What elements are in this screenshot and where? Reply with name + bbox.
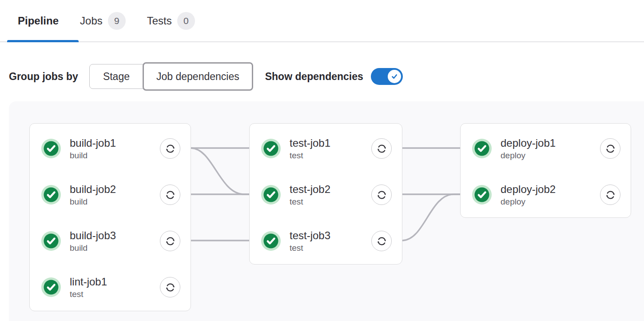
job-name: deploy-job2 xyxy=(501,182,600,196)
pipeline-tabs: Pipeline Jobs 9 Tests 0 xyxy=(0,0,644,41)
job-stage: test xyxy=(290,242,371,254)
status-success-icon xyxy=(261,185,281,205)
link-build-job1-test-job2 xyxy=(191,148,249,194)
job-node-build-job2[interactable]: build-job2 build xyxy=(30,172,191,218)
job-node-build-job1[interactable]: build-job1 build xyxy=(30,125,191,172)
retry-icon xyxy=(164,143,176,155)
retry-job-button[interactable] xyxy=(371,231,392,251)
job-info: deploy-job2 deploy xyxy=(501,182,600,208)
job-stage: test xyxy=(70,289,160,300)
job-node-deploy-job2[interactable]: deploy-job2 deploy xyxy=(461,172,631,218)
status-success-icon xyxy=(261,231,281,251)
retry-icon xyxy=(164,281,176,293)
retry-job-button[interactable] xyxy=(371,138,392,159)
status-success-icon xyxy=(41,277,61,297)
retry-icon xyxy=(604,143,616,155)
show-dependencies-toggle[interactable] xyxy=(371,68,403,85)
check-icon xyxy=(390,72,399,81)
graph-controls: Group jobs by Stage Job dependencies Sho… xyxy=(9,61,403,92)
job-name: test-job2 xyxy=(290,182,371,196)
job-info: test-job3 test xyxy=(290,229,371,254)
job-node-test-job3[interactable]: test-job3 test xyxy=(250,218,402,264)
retry-job-button[interactable] xyxy=(160,138,180,159)
retry-icon xyxy=(604,189,616,201)
job-info: lint-job1 test xyxy=(70,275,160,300)
group-by-job-dependencies-button[interactable]: Job dependencies xyxy=(143,62,253,91)
tab-tests[interactable]: Tests 0 xyxy=(136,0,206,41)
tests-count-badge: 0 xyxy=(177,12,195,30)
job-info: build-job1 build xyxy=(70,136,160,161)
job-group-card-build: build-job1 build xyxy=(29,123,191,311)
job-stage: build xyxy=(70,196,160,208)
job-node-test-job1[interactable]: test-job1 test xyxy=(250,125,402,172)
jobs-count-badge: 9 xyxy=(108,12,126,30)
tab-pipeline-label: Pipeline xyxy=(18,15,59,27)
tab-jobs[interactable]: Jobs 9 xyxy=(69,0,136,41)
group-jobs-by-label: Group jobs by xyxy=(9,71,78,83)
status-success-icon xyxy=(472,185,492,205)
retry-icon xyxy=(376,235,388,247)
job-name: test-job1 xyxy=(290,136,371,150)
retry-job-button[interactable] xyxy=(160,277,180,297)
status-success-icon xyxy=(261,139,281,158)
job-stage: deploy xyxy=(501,150,600,161)
tab-pipeline[interactable]: Pipeline xyxy=(7,0,69,41)
status-success-icon xyxy=(41,231,61,251)
status-success-icon xyxy=(41,139,61,158)
job-group-card-test: test-job1 test xyxy=(249,123,402,265)
retry-job-button[interactable] xyxy=(600,185,620,205)
tab-tests-label: Tests xyxy=(147,15,172,27)
retry-icon xyxy=(376,143,388,155)
tabs-divider xyxy=(0,41,644,42)
link-test-job3-deploy-job2 xyxy=(402,194,460,241)
retry-job-button[interactable] xyxy=(160,231,180,251)
retry-job-button[interactable] xyxy=(371,185,392,205)
job-info: deploy-job1 deploy xyxy=(501,136,600,161)
job-info: test-job1 test xyxy=(290,136,371,161)
group-by-stage-button[interactable]: Stage xyxy=(89,64,143,89)
active-tab-indicator xyxy=(7,40,79,42)
retry-job-button[interactable] xyxy=(600,138,620,159)
job-info: build-job2 build xyxy=(70,182,160,208)
toggle-knob xyxy=(388,70,401,83)
job-node-deploy-job1[interactable]: deploy-job1 deploy xyxy=(461,125,631,172)
status-success-icon xyxy=(472,139,492,158)
pipeline-graph: build-job1 build xyxy=(9,101,644,321)
job-stage: deploy xyxy=(501,196,600,208)
group-by-job-dependencies-label: Job dependencies xyxy=(156,71,239,83)
job-node-build-job3[interactable]: build-job3 build xyxy=(30,218,191,264)
job-group-card-deploy: deploy-job1 deploy xyxy=(460,123,631,218)
status-success-icon xyxy=(41,185,61,205)
job-name: build-job2 xyxy=(70,182,160,196)
job-stage: test xyxy=(290,150,371,161)
group-by-stage-label: Stage xyxy=(103,71,130,83)
show-dependencies-label: Show dependencies xyxy=(265,71,363,83)
retry-icon xyxy=(164,189,176,201)
retry-job-button[interactable] xyxy=(160,185,180,205)
job-name: build-job3 xyxy=(70,229,160,242)
tab-jobs-label: Jobs xyxy=(80,15,103,27)
job-stage: build xyxy=(70,150,160,161)
job-node-test-job2[interactable]: test-job2 test xyxy=(250,172,402,218)
job-name: lint-job1 xyxy=(70,275,160,289)
retry-icon xyxy=(164,235,176,247)
job-info: build-job3 build xyxy=(70,229,160,254)
retry-icon xyxy=(376,189,388,201)
job-stage: build xyxy=(70,242,160,254)
job-info: test-job2 test xyxy=(290,182,371,208)
job-name: test-job3 xyxy=(290,229,371,242)
job-stage: test xyxy=(290,196,371,208)
job-node-lint-job1[interactable]: lint-job1 test xyxy=(30,264,191,310)
group-by-segmented-control: Stage Job dependencies xyxy=(89,62,253,91)
job-name: deploy-job1 xyxy=(501,136,600,150)
job-name: build-job1 xyxy=(70,136,160,150)
